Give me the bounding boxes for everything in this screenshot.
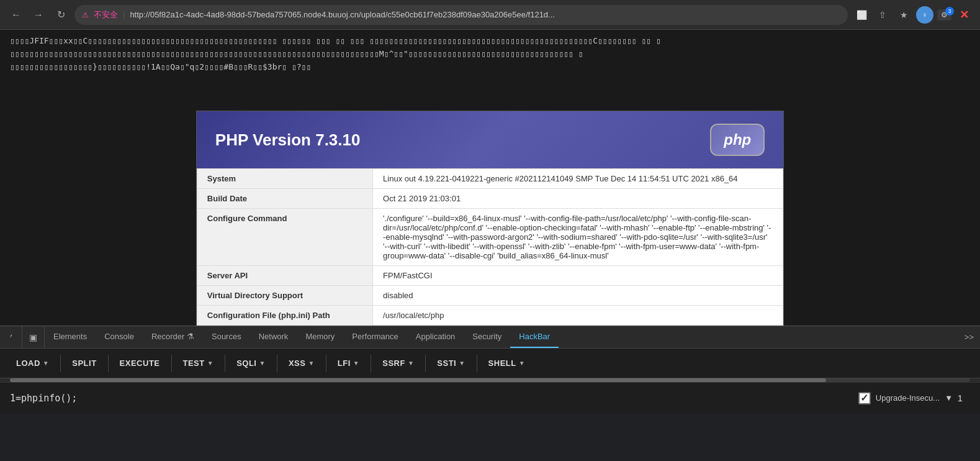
hackbar-btn-split[interactable]: SPLIT — [66, 355, 102, 372]
hackbar-divider-7 — [371, 355, 371, 372]
table-cell-value: FPM/FastCGI — [373, 266, 783, 286]
devtools-cursor-icon[interactable]: ⎖ — [0, 326, 22, 348]
table-cell-label: Virtual Directory Support — [197, 286, 372, 306]
garbled-text-area: ▯▯▯▯JFIF▯▯▯xx▯▯C▯▯▯▯▯▯▯▯▯▯▯▯▯▯▯▯▯▯▯▯▯▯▯▯… — [0, 30, 980, 111]
devtools-inspect-icon[interactable]: ▣ — [22, 326, 45, 348]
hackbar-input-area: Upgrade-Insecu... ▼ 1 — [0, 382, 980, 413]
share-button[interactable]: ⇧ — [874, 6, 891, 24]
table-cell-value: disabled — [373, 286, 783, 306]
tab-sources[interactable]: Sources — [203, 326, 250, 348]
hackbar-divider-1 — [60, 355, 61, 372]
hackbar-btn-ssrf[interactable]: SSRF▼ — [376, 355, 420, 372]
table-row: Build DateOct 21 2019 21:03:01 — [197, 189, 783, 209]
tab-security[interactable]: Security — [464, 326, 510, 348]
php-info-container: PHP Version 7.3.10 php SystemLinux out 4… — [196, 111, 784, 326]
url-text: http://05f82a1c-4adc-4ad8-98dd-57beda757… — [130, 10, 555, 19]
hackbar-scrollbar[interactable] — [10, 378, 970, 382]
devtools-tabs-container: ElementsConsoleRecorder ⚗SourcesNetworkM… — [45, 326, 559, 348]
table-cell-label: Configuration File (php.ini) Path — [197, 306, 372, 326]
address-bar[interactable]: ⚠ 不安全 | http://05f82a1c-4adc-4ad8-98dd-5… — [74, 5, 848, 25]
garbled-line-1: ▯▯▯▯JFIF▯▯▯xx▯▯C▯▯▯▯▯▯▯▯▯▯▯▯▯▯▯▯▯▯▯▯▯▯▯▯… — [10, 35, 970, 48]
devtools-tabs: ⎖ ▣ ElementsConsoleRecorder ⚗SourcesNetw… — [0, 326, 980, 349]
refresh-button[interactable]: ↻ — [52, 6, 70, 24]
warning-text: 不安全 — [94, 9, 118, 21]
table-cell-label: Configure Command — [197, 209, 372, 266]
arrow-icon: ▼ — [519, 360, 525, 367]
hackbar-btn-xss[interactable]: XSS▼ — [282, 355, 321, 372]
php-version-text: PHP Version 7.3.10 — [215, 130, 361, 150]
hackbar-divider-9 — [477, 355, 477, 372]
garbled-line-2: ▯▯▯▯▯▯▯▯▯▯▯▯▯▯▯▯▯▯▯▯▯▯▯▯▯▯▯▯▯▯▯▯▯▯▯▯▯▯▯▯… — [10, 48, 970, 61]
more-button[interactable]: ✕ — [955, 6, 973, 24]
hackbar-checkbox-area: Upgrade-Insecu... ▼ 1 — [858, 392, 970, 404]
hackbar-btn-shell[interactable]: SHELL▼ — [482, 355, 532, 372]
table-cell-label: System — [197, 169, 372, 189]
browser-chrome: ← → ↻ ⚠ 不安全 | http://05f82a1c-4adc-4ad8-… — [0, 0, 980, 30]
hackbar-scrollbar-thumb — [10, 378, 826, 382]
tab-application[interactable]: Application — [407, 326, 464, 348]
table-row: Configuration File (php.ini) Path/usr/lo… — [197, 306, 783, 326]
table-cell-label: Build Date — [197, 189, 372, 209]
tab-hackbar[interactable]: HackBar — [510, 326, 559, 348]
hackbar-divider-6 — [326, 355, 326, 372]
page-content: ▯▯▯▯JFIF▯▯▯xx▯▯C▯▯▯▯▯▯▯▯▯▯▯▯▯▯▯▯▯▯▯▯▯▯▯▯… — [0, 30, 980, 326]
hackbar-btn-load[interactable]: LOAD▼ — [10, 355, 55, 372]
back-button[interactable]: ← — [7, 6, 25, 24]
hackbar-dropdown[interactable]: ▼ — [945, 393, 953, 403]
php-table: SystemLinux out 4.19.221-0419221-generic… — [197, 168, 783, 326]
table-cell-value: './configure' '--build=x86_64-linux-musl… — [373, 209, 783, 266]
table-row: Server APIFPM/FastCGI — [197, 266, 783, 286]
tab-elements[interactable]: Elements — [45, 326, 96, 348]
table-cell-value: /usr/local/etc/php — [373, 306, 783, 326]
table-row: Virtual Directory Supportdisabled — [197, 286, 783, 306]
arrow-icon: ▼ — [408, 360, 414, 367]
hackbar-toolbar: LOAD▼SPLITEXECUTETEST▼SQLI▼XSS▼LFI▼SSRF▼… — [0, 349, 980, 378]
security-warning-icon: ⚠ — [82, 11, 89, 19]
devtools-panel: ⎖ ▣ ElementsConsoleRecorder ⚗SourcesNetw… — [0, 326, 980, 413]
garbled-line-3: ▯▯▯▯▯▯▯▯▯▯▯▯▯▯▯▯▯}▯▯▯▯▯▯▯▯▯▯!1A▯▯Qa▯"q▯2… — [10, 61, 970, 74]
devtools-more-button[interactable]: >> — [958, 326, 980, 348]
cast-button[interactable]: ⬜ — [853, 6, 870, 24]
hackbar-divider-3 — [171, 355, 172, 372]
table-cell-value: Oct 21 2019 21:03:01 — [373, 189, 783, 209]
browser-actions: ⬜ ⇧ ★ ♀ ⚙ 3 ✕ — [853, 6, 973, 24]
tab-memory[interactable]: Memory — [297, 326, 343, 348]
table-cell-label: Server API — [197, 266, 372, 286]
table-row: SystemLinux out 4.19.221-0419221-generic… — [197, 169, 783, 189]
table-cell-value: Linux out 4.19.221-0419221-generic #2021… — [373, 169, 783, 189]
arrow-icon: ▼ — [308, 360, 314, 367]
tab-console[interactable]: Console — [96, 326, 143, 348]
table-row: Configure Command'./configure' '--build=… — [197, 209, 783, 266]
extensions-badge[interactable]: ⚙ 3 — [937, 9, 951, 21]
hackbar-counter: 1 — [958, 393, 970, 403]
hackbar-divider-2 — [108, 355, 109, 372]
tab-performance[interactable]: Performance — [343, 326, 407, 348]
hackbar-btn-ssti[interactable]: SSTI▼ — [431, 355, 471, 372]
hackbar-input[interactable] — [10, 393, 851, 404]
arrow-icon: ▼ — [259, 360, 265, 367]
php-header: PHP Version 7.3.10 php — [197, 111, 783, 168]
arrow-icon: ▼ — [43, 360, 49, 367]
hackbar-btn-sqli[interactable]: SQLI▼ — [230, 355, 272, 372]
ext-count: 3 — [945, 7, 954, 16]
hackbar-divider-4 — [225, 355, 225, 372]
arrow-icon: ▼ — [353, 360, 359, 367]
bookmark-button[interactable]: ★ — [895, 6, 912, 24]
php-logo: php — [710, 124, 765, 156]
forward-button[interactable]: → — [30, 6, 47, 24]
hackbar-btn-execute[interactable]: EXECUTE — [114, 355, 166, 372]
tab-network[interactable]: Network — [250, 326, 297, 348]
arrow-icon: ▼ — [459, 360, 465, 367]
upgrade-insecure-label: Upgrade-Insecu... — [876, 393, 940, 403]
upgrade-insecure-checkbox[interactable] — [858, 392, 871, 404]
hackbar-btn-lfi[interactable]: LFI▼ — [331, 355, 366, 372]
arrow-icon: ▼ — [207, 360, 214, 367]
profile-badge[interactable]: ♀ — [916, 6, 933, 24]
tab-recorder[interactable]: Recorder ⚗ — [143, 326, 203, 348]
hackbar-divider-5 — [277, 355, 277, 372]
tab-spacer — [559, 326, 958, 348]
hackbar-btn-test[interactable]: TEST▼ — [177, 355, 220, 372]
hackbar-divider-8 — [425, 355, 426, 372]
